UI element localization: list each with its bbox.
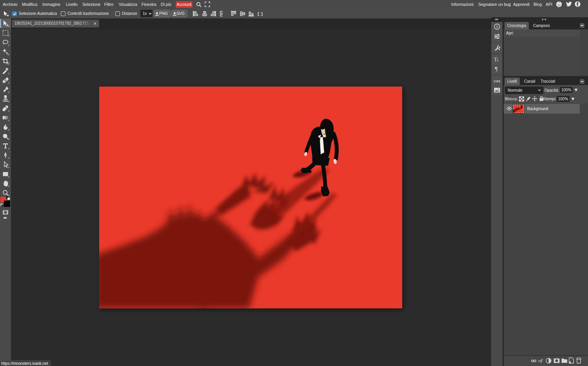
svg-text:t: t [497, 58, 499, 62]
svg-text:CSS: CSS [494, 80, 501, 83]
svg-text:¶: ¶ [495, 66, 498, 72]
